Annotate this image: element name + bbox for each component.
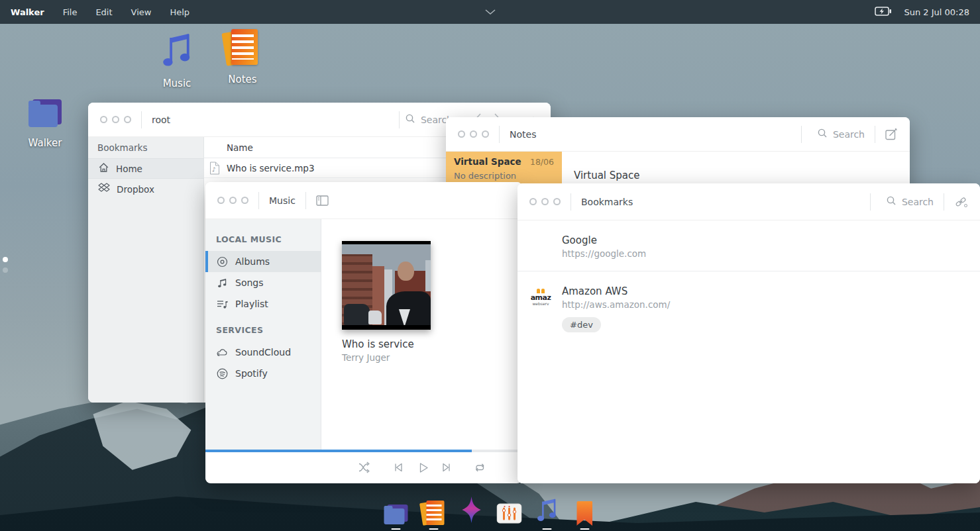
desktop-icon-notes[interactable]: Notes (211, 29, 274, 85)
column-name[interactable]: Name (204, 142, 488, 153)
menubar: Walker File Edit View Help Sun 2 Jul 00:… (0, 0, 980, 24)
sidebar-item-playlist[interactable]: Playlist (205, 293, 321, 314)
playback-progress-fill (205, 450, 472, 452)
window-control-button[interactable] (241, 197, 248, 204)
bookmark-item-amazon-aws[interactable]: amaz webserv Amazon AWS http://aws.amazo… (517, 271, 980, 344)
window-controls (529, 198, 561, 205)
music-app-icon (535, 496, 559, 526)
notes-search[interactable]: Search (791, 126, 865, 143)
previous-button[interactable] (393, 462, 404, 473)
sidebar-item-label: Albums (235, 256, 270, 267)
files-search[interactable]: Search (399, 111, 453, 128)
album-art (342, 241, 431, 330)
window-control-button[interactable] (100, 116, 107, 123)
window-control-button[interactable] (529, 198, 537, 205)
files-window-title: root (152, 115, 170, 125)
workspace-dot-active[interactable] (3, 257, 8, 262)
window-control-button[interactable] (112, 116, 119, 123)
bookmarks-window: Bookmarks Search Google https://google.c… (517, 183, 980, 483)
window-control-button[interactable] (217, 197, 225, 204)
repeat-button[interactable] (473, 462, 486, 473)
desktop-icon-label: Music (145, 77, 209, 89)
sidebar-item-dropbox[interactable]: Dropbox (88, 179, 203, 199)
play-button[interactable] (417, 461, 429, 474)
divider (571, 193, 571, 211)
menu-edit[interactable]: Edit (95, 7, 112, 17)
sidebar-item-spotify[interactable]: Spotify (205, 363, 321, 384)
albums-icon (216, 256, 228, 267)
dock-item-bookmarks[interactable] (570, 501, 599, 530)
dock-item-notes[interactable] (419, 501, 448, 530)
sidebar-item-soundcloud[interactable]: SoundCloud (205, 342, 321, 363)
tag-chip[interactable]: #dev (562, 317, 601, 332)
notes-icon (227, 29, 258, 66)
bookmark-item-google[interactable]: Google https://google.com (517, 220, 980, 271)
window-control-button[interactable] (229, 197, 237, 204)
sidebar-item-label: Home (116, 164, 142, 174)
bookmarks-search[interactable]: Search (860, 193, 934, 211)
sidebar-item-songs[interactable]: Songs (205, 272, 321, 293)
bookmarks-window-header: Bookmarks Search (517, 183, 980, 220)
dock-item-music[interactable] (532, 496, 561, 530)
window-control-button[interactable] (124, 116, 131, 123)
notes-window-header: Notes Search (446, 117, 910, 152)
app-menu[interactable]: Walker (11, 7, 44, 17)
dock-item-tweaks[interactable] (494, 503, 523, 530)
divider (399, 111, 400, 128)
files-sidebar: Bookmarks Home Dropbox (88, 137, 204, 403)
window-control-button[interactable] (470, 130, 477, 138)
desktop-icon-music[interactable]: Music (145, 29, 209, 89)
desktop-icon-label: Walker (13, 137, 77, 149)
note-date: 18/06 (530, 157, 554, 167)
amazon-aws-favicon: amaz webserv (529, 285, 553, 309)
menu-help[interactable]: Help (170, 7, 190, 17)
window-controls (458, 130, 489, 138)
sidebar-item-label: Spotify (235, 368, 268, 379)
menu-view[interactable]: View (131, 7, 152, 17)
window-control-button[interactable] (541, 198, 549, 205)
sidebar-header: Bookmarks (88, 137, 203, 158)
divider (870, 193, 871, 211)
divider (944, 193, 944, 211)
divider (258, 192, 259, 209)
divider (499, 126, 500, 143)
running-indicator (429, 528, 438, 530)
divider (305, 192, 306, 209)
section-header: LOCAL MUSIC (205, 234, 321, 244)
audio-file-icon: ♪ (209, 162, 223, 175)
album-card[interactable]: Who is service Terry Juger (342, 241, 431, 363)
battery-icon[interactable] (875, 7, 892, 18)
shuffle-button[interactable] (357, 461, 373, 473)
desktop: Walker File Edit View Help Sun 2 Jul 00:… (0, 0, 980, 531)
next-button[interactable] (441, 462, 452, 473)
note-list-item-selected[interactable]: Virtual Space 18/06 No description (446, 152, 562, 186)
dock-item-files[interactable] (381, 505, 410, 530)
sidebar-toggle-icon[interactable] (316, 195, 329, 206)
chevron-down-icon[interactable] (485, 7, 496, 17)
bookmark-title: Amazon AWS (562, 285, 670, 297)
dropbox-icon (98, 183, 110, 195)
desktop-icon-walker-folder[interactable]: Walker (13, 99, 77, 149)
search-placeholder: Search (902, 197, 934, 207)
window-control-button[interactable] (553, 198, 561, 205)
workspace-dot[interactable] (3, 267, 8, 273)
album-artist: Terry Juger (342, 352, 431, 363)
clock[interactable]: Sun 2 Jul 00:28 (904, 7, 969, 17)
sidebar-item-label: Dropbox (117, 184, 154, 195)
sidebar-item-home[interactable]: Home (88, 158, 203, 179)
new-note-icon[interactable] (885, 128, 898, 140)
divider (141, 111, 142, 128)
notes-window-title: Notes (510, 129, 536, 140)
bookmarks-list: Google https://google.com amaz webserv A… (517, 220, 980, 483)
sidebar-item-label: Playlist (235, 299, 268, 309)
add-link-icon[interactable] (954, 196, 968, 208)
dock-item-star-app[interactable] (457, 496, 486, 530)
running-indicator (391, 528, 400, 530)
sidebar-item-label: SoundCloud (235, 347, 291, 358)
menu-file[interactable]: File (63, 7, 78, 17)
workspace-indicator (3, 257, 8, 273)
sidebar-item-albums[interactable]: Albums (205, 251, 321, 272)
window-control-button[interactable] (482, 130, 489, 138)
window-control-button[interactable] (458, 130, 465, 138)
window-controls (217, 197, 248, 204)
